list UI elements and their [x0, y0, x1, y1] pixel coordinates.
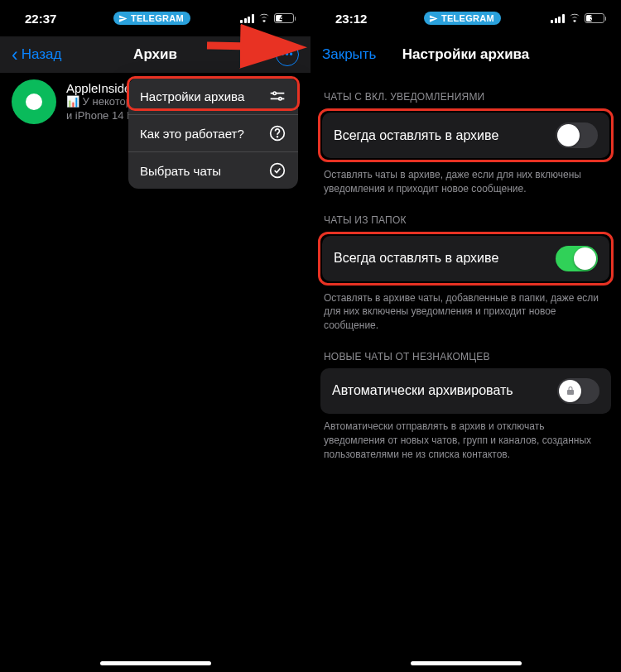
section-footer: Автоматически отправлять в архив и отклю… [310, 414, 621, 461]
section-header: ЧАТЫ ИЗ ПАПОК [310, 196, 621, 232]
wifi-icon [568, 12, 581, 25]
status-bar: 22:37 TELEGRAM 43 [0, 0, 310, 36]
svg-point-8 [271, 164, 285, 178]
battery-icon: 43 [274, 13, 296, 23]
ellipsis-icon: ••• [281, 49, 294, 60]
menu-item-archive-settings[interactable]: Настройки архива [128, 78, 298, 115]
lock-icon [566, 386, 575, 396]
question-icon [268, 124, 286, 142]
svg-point-3 [279, 98, 282, 100]
home-indicator[interactable] [411, 661, 522, 665]
status-bar: 23:12 TELEGRAM 39 [310, 0, 621, 36]
section-header: ЧАТЫ С ВКЛ. УВЕДОМЛЕНИЯМИ [310, 73, 621, 108]
setting-keep-in-archive-notifications[interactable]: Всегда оставлять в архиве [322, 113, 609, 158]
nav-bar: Закрыть Настройки архива [310, 36, 621, 73]
telegram-icon [118, 14, 128, 23]
status-right: 43 [221, 12, 296, 25]
section-header: НОВЫЕ ЧАТЫ ОТ НЕЗНАКОМЦЕВ [310, 333, 621, 368]
back-button[interactable]: ‹ Назад [12, 46, 61, 65]
more-button[interactable]: ••• [276, 43, 299, 66]
setting-label: Автоматически архивировать [332, 383, 513, 398]
menu-item-how-it-works[interactable]: Как это работает? [128, 115, 298, 152]
telegram-pill[interactable]: TELEGRAM [424, 12, 501, 25]
close-button[interactable]: Закрыть [322, 46, 376, 63]
setting-label: Всегда оставлять в архиве [334, 128, 498, 143]
section-footer: Оставлять чаты в архиве, даже если для н… [310, 162, 621, 196]
setting-keep-in-archive-folders[interactable]: Всегда оставлять в архиве [322, 236, 609, 281]
check-circle-icon [268, 161, 286, 180]
signal-icon [551, 14, 565, 23]
chevron-left-icon: ‹ [12, 46, 18, 65]
setting-label: Всегда оставлять в архиве [334, 251, 498, 266]
telegram-pill[interactable]: TELEGRAM [113, 12, 190, 25]
toggle-switch[interactable] [556, 122, 598, 148]
battery-icon: 39 [585, 13, 607, 23]
status-time: 22:37 [25, 12, 83, 26]
status-right: 39 [532, 12, 606, 25]
telegram-icon [429, 14, 438, 23]
svg-point-0 [273, 92, 276, 94]
page-title: Архив [133, 46, 177, 63]
setting-auto-archive-strangers[interactable]: Автоматически архивировать [320, 368, 611, 414]
phone-archive-settings: 23:12 TELEGRAM 39 Закрыть Настройки архи… [310, 0, 621, 672]
nav-bar: ‹ Назад Архив ••• [0, 36, 310, 73]
signal-icon [240, 14, 254, 23]
phone-archive-list: 22:37 TELEGRAM 43 ‹ Назад Архив ••• [0, 0, 310, 672]
menu-item-select-chats[interactable]: Выбрать чаты [128, 152, 298, 189]
avatar [12, 79, 56, 124]
highlight-outline: Всегда оставлять в архиве [318, 108, 614, 162]
context-menu: Настройки архива Как это работает? Выбра… [128, 78, 298, 189]
toggle-switch[interactable] [556, 246, 598, 271]
toggle-switch-locked[interactable] [557, 378, 599, 404]
home-indicator[interactable] [100, 661, 211, 665]
section-footer: Оставлять в архиве чаты, добавленные в п… [310, 286, 621, 333]
highlight-outline: Всегда оставлять в архиве [318, 232, 614, 286]
page-title: Настройки архива [402, 46, 530, 63]
wifi-icon [258, 12, 271, 25]
svg-point-7 [277, 137, 278, 137]
sliders-icon [268, 87, 286, 105]
status-time: 23:12 [335, 12, 393, 26]
